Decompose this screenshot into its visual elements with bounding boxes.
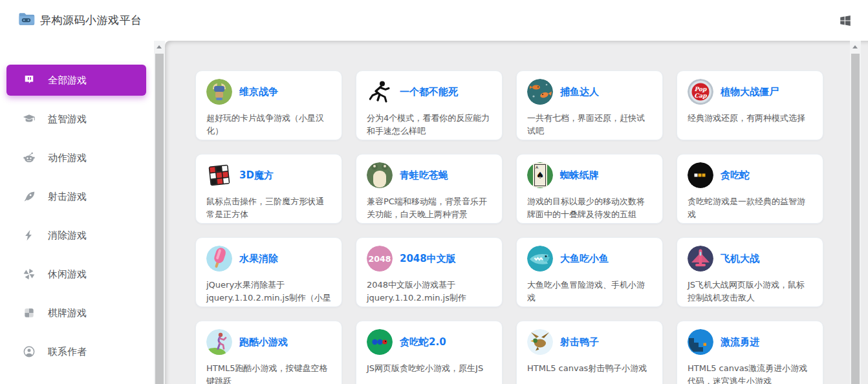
game-card-header: 20482048中文版 [367,246,492,272]
sidebar-menu: 全部游戏益智游戏动作游戏射击游戏消除游戏休闲游戏棋牌游戏联系作者 [0,41,154,367]
game-title-link[interactable]: 大鱼吃小鱼 [560,253,609,265]
plane-war-icon [688,246,713,272]
game-description: HTML5 canvas激流勇进小游戏代码，迷宫逃生小游戏 [688,362,812,384]
sidebar-item-shooting-games[interactable]: 射击游戏 [6,181,146,212]
sidebar-scrollbar-thumb[interactable] [155,54,164,384]
game-title-link[interactable]: 水果消除 [239,253,278,265]
game-card[interactable]: 维京战争超好玩的卡片战争游戏（小星汉化） [195,70,342,140]
main-content: 维京战争超好玩的卡片战争游戏（小星汉化）一个都不能死分为4个模式，看看你的反应能… [165,41,868,384]
app-logo: 异构源码小游戏平台 [0,10,142,30]
stick-runner-icon [367,79,393,105]
game-card-header: PopCap植物大战僵尸 [688,79,812,105]
sidebar-item-action-games[interactable]: 动作游戏 [6,142,146,173]
game-title-link[interactable]: 2048中文版 [400,253,456,265]
game-description: jQuery水果消除基于jquery.1.10.2.min.js制作（小星美化） [206,279,331,307]
game-title-link[interactable]: 跑酷小游戏 [239,336,288,348]
duck-shoot-icon [527,329,553,355]
game-card[interactable]: 大鱼吃小鱼大鱼吃小鱼冒险游戏、手机小游戏 [516,237,663,307]
game-description: 兼容PC端和移动端，背景音乐开关功能，白天晚上两种背景 [367,195,492,221]
game-card[interactable]: 一个都不能死分为4个模式，看看你的反应能力和手速怎么样吧 [356,70,503,140]
playing-card-icon: ♠A [527,162,553,188]
game-card-header: 激流勇进 [688,329,812,355]
big-fish-icon [527,246,553,272]
game-title-link[interactable]: 飞机大战 [721,253,759,265]
game-description: JS网页版贪吃蛇小游戏，原生JS [367,362,492,375]
pinwheel-icon [23,268,36,281]
windows-logo-icon[interactable] [837,12,854,29]
sidebar-item-contact-author[interactable]: 联系作者 [6,336,146,367]
game-card[interactable]: 飞机大战JS飞机大战网页版小游戏，鼠标控制战机攻击敌人 [677,237,823,307]
game-card-header: 青蛙吃苍蝇 [367,162,492,188]
sidebar-item-casual-games[interactable]: 休闲游戏 [6,259,146,290]
game-title-link[interactable]: 蜘蛛纸牌 [560,169,599,182]
sidebar-item-puzzle-games[interactable]: 益智游戏 [6,103,146,134]
game-card[interactable]: 捕鱼达人一共有七档，界面还原，赶快试试吧 [516,70,663,140]
game-title-link[interactable]: 青蛙吃苍蝇 [400,169,448,182]
game-description: 分为4个模式，看看你的反应能力和手速怎么样吧 [367,112,492,138]
game-card[interactable]: 青蛙吃苍蝇兼容PC端和移动端，背景音乐开关功能，白天晚上两种背景 [356,154,503,224]
game-title-link[interactable]: 射击鸭子 [560,336,599,348]
game-description: 2048中文版小游戏基于jquery.1.10.2.min.js制作 [367,279,492,304]
checkerboard-icon [23,306,36,319]
game-title-link[interactable]: 激流勇进 [721,336,759,348]
game-title-link[interactable]: 3D魔方 [239,169,274,182]
game-title-link[interactable]: 捕鱼达人 [560,86,599,98]
main-scrollbar-thumb[interactable] [851,54,860,384]
app-header: 异构源码小游戏平台 [0,0,868,41]
game-card[interactable]: 3D魔方鼠标点击操作，三阶魔方形状通常是正方体 [195,154,342,224]
popsicle-icon [206,246,232,272]
snake2-icon [367,329,393,355]
game-description: 贪吃蛇游戏是一款经典的益智游戏 [688,195,812,221]
main-scrollbar [850,41,861,384]
rapids-icon [688,329,713,355]
snake-pixel-icon [688,162,713,188]
game-card-header: 水果消除 [206,246,331,272]
game-title-link[interactable]: 贪吃蛇 [721,169,750,182]
rocket-icon [23,190,36,203]
game-card[interactable]: 跑酷小游戏HTML5跑酷小游戏，按键盘空格键跳跃 [195,321,342,384]
game-card[interactable]: 射击鸭子HTML5 canvas射击鸭子小游戏 [516,321,663,384]
svg-text:2048: 2048 [369,254,391,264]
viking-war-icon [206,79,232,105]
g2048-icon: 2048 [367,246,393,272]
game-card[interactable]: PopCap植物大战僵尸经典游戏还原，有两种模式选择 [677,70,823,140]
game-card[interactable]: 水果消除jQuery水果消除基于jquery.1.10.2.min.js制作（小… [195,237,342,307]
game-card-header: 贪吃蛇2.0 [367,329,492,355]
game-card[interactable]: 贪吃蛇2.0JS网页版贪吃蛇小游戏，原生JS [356,321,503,384]
game-card-header: 3D魔方 [206,162,331,188]
game-title-link[interactable]: 维京战争 [239,86,278,98]
game-card[interactable]: 20482048中文版2048中文版小游戏基于jquery.1.10.2.min… [356,237,503,307]
game-title-link[interactable]: 植物大战僵尸 [721,86,779,98]
game-description: HTML5 canvas射击鸭子小游戏 [527,362,652,375]
reddit-icon [23,151,36,164]
sidebar-item-all-games[interactable]: 全部游戏 [6,65,146,96]
game-card[interactable]: 贪吃蛇贪吃蛇游戏是一款经典的益智游戏 [677,154,823,224]
game-card[interactable]: ♠A蜘蛛纸牌游戏的目标以最少的移动次数将牌面中的十叠牌及待发的五组 [516,154,663,224]
scroll-up-arrow-icon[interactable] [852,45,858,48]
twitch-icon [23,74,36,87]
game-title-link[interactable]: 贪吃蛇2.0 [400,336,446,348]
sidebar-item-elimination-games[interactable]: 消除游戏 [6,220,146,251]
sidebar-item-label: 动作游戏 [48,152,87,164]
sidebar-scrollbar [154,41,165,384]
game-card-header: 捕鱼达人 [527,79,652,105]
sidebar-item-label: 射击游戏 [48,191,87,203]
bolt-icon [23,229,36,242]
game-description: 大鱼吃小鱼冒险游戏、手机小游戏 [527,279,652,304]
scroll-up-arrow-icon[interactable] [157,45,162,48]
fishing-master-icon [527,79,553,105]
game-title-link[interactable]: 一个都不能死 [400,86,458,98]
game-description: HTML5跑酷小游戏，按键盘空格键跳跃 [206,362,331,384]
sidebar: 全部游戏益智游戏动作游戏射击游戏消除游戏休闲游戏棋牌游戏联系作者 [0,41,154,384]
game-card-header: 贪吃蛇 [688,162,812,188]
game-description: JS飞机大战网页版小游戏，鼠标控制战机攻击敌人 [688,279,812,304]
game-card-header: 大鱼吃小鱼 [527,246,652,272]
svg-text:Pop: Pop [695,86,708,92]
svg-text:♠: ♠ [536,170,545,180]
sidebar-item-board-games[interactable]: 棋牌游戏 [6,297,146,328]
game-card-header: 维京战争 [206,79,331,105]
gamepad-folder-icon [17,10,35,30]
game-card[interactable]: 激流勇进HTML5 canvas激流勇进小游戏代码，迷宫逃生小游戏 [677,321,823,384]
graduation-cap-icon [23,112,36,125]
sidebar-item-label: 棋牌游戏 [48,307,87,319]
